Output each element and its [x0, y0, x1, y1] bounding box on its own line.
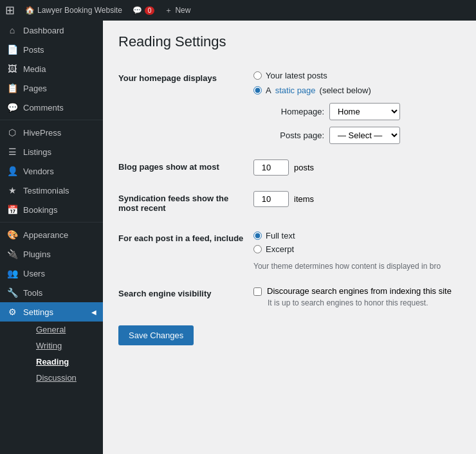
sidebar-sub-general[interactable]: General	[18, 322, 103, 338]
sidebar-label-media: Media	[23, 64, 46, 74]
posts-page-selector-row: Posts page: — Select —	[266, 127, 461, 144]
static-page-link[interactable]: static page	[275, 86, 316, 95]
blog-pages-input-row: posts	[253, 159, 461, 176]
search-engine-control: Discourage search engines from indexing …	[253, 278, 461, 315]
comments-link[interactable]: 💬 0	[133, 6, 155, 15]
feed-full-text-label: Full text	[266, 231, 295, 241]
sidebar-divider-2	[0, 222, 103, 222]
sidebar-item-tools[interactable]: 🔧 Tools	[0, 283, 103, 302]
sidebar-label-posts: Posts	[23, 45, 44, 55]
sidebar-label-plugins: Plugins	[23, 250, 51, 259]
feed-options: Full text Excerpt Your theme determines …	[253, 231, 461, 271]
tools-icon: 🔧	[6, 287, 18, 298]
radio-static-page-prefix: A	[266, 86, 271, 95]
sidebar-label-hivepress: HivePress	[23, 128, 61, 138]
sidebar-item-comments[interactable]: 💬 Comments	[0, 98, 103, 117]
sidebar-item-media[interactable]: 🖼 Media	[0, 59, 103, 78]
homepage-selector-row: Homepage: Home	[266, 103, 461, 120]
syndication-input[interactable]	[253, 191, 289, 207]
comment-count: 0	[145, 6, 155, 15]
blog-pages-suffix: posts	[294, 163, 314, 172]
site-name[interactable]: 🏠 Lawyer Booking Website	[25, 6, 122, 15]
comments-icon: 💬	[6, 102, 18, 113]
radio-static-page[interactable]	[253, 86, 262, 95]
posts-page-select[interactable]: — Select —	[329, 127, 400, 144]
search-engine-row: Search engine visibility Discourage sear…	[118, 278, 461, 315]
site-icon: 🏠	[25, 6, 35, 15]
homepage-select[interactable]: Home	[329, 103, 400, 120]
settings-form-table: Your homepage displays Your latest posts…	[118, 63, 461, 315]
sidebar-item-testimonials[interactable]: ★ Testimonials	[0, 181, 103, 200]
homepage-displays-control: Your latest posts A static page (select …	[253, 63, 461, 152]
sidebar-label-testimonials: Testimonials	[23, 186, 69, 195]
listings-icon: ☰	[6, 147, 18, 157]
page-title: Reading Settings	[118, 33, 461, 50]
feed-include-control: Full text Excerpt Your theme determines …	[253, 223, 461, 278]
sidebar-item-appearance[interactable]: 🎨 Appearance	[0, 225, 103, 244]
page-selectors: Homepage: Home Posts page: — Select —	[253, 103, 461, 144]
sidebar-label-appearance: Appearance	[23, 230, 68, 240]
sidebar-item-settings[interactable]: ⚙ Settings ◀	[0, 302, 103, 322]
pages-icon: 📋	[6, 83, 18, 93]
sidebar-item-dashboard[interactable]: ⌂ Dashboard	[0, 21, 103, 40]
sidebar-label-tools: Tools	[23, 288, 42, 298]
sidebar-item-bookings[interactable]: 📅 Bookings	[0, 200, 103, 219]
users-icon: 👥	[6, 268, 18, 278]
blog-pages-control: posts	[253, 152, 461, 183]
sidebar-divider-1	[0, 120, 103, 120]
search-engine-checkbox[interactable]	[253, 287, 262, 296]
feed-include-label: For each post in a feed, include	[118, 223, 253, 278]
feed-full-text-row[interactable]: Full text	[253, 231, 461, 241]
new-menu[interactable]: ＋ New	[165, 5, 190, 16]
wp-logo-icon: ⊞	[5, 3, 15, 17]
radio-latest-posts[interactable]	[253, 71, 262, 80]
feed-note: Your theme determines how content is dis…	[253, 262, 461, 271]
sidebar-sub-reading[interactable]: Reading	[18, 354, 103, 370]
content-area: Reading Settings Your homepage displays …	[103, 21, 476, 454]
feed-full-text-radio[interactable]	[253, 232, 262, 240]
plus-icon: ＋	[165, 5, 172, 16]
sidebar-label-vendors: Vendors	[23, 167, 54, 176]
radio-static-page-suffix: (select below)	[320, 86, 371, 95]
search-engine-checkbox-label: Discourage search engines from indexing …	[267, 286, 452, 296]
save-changes-button[interactable]: Save Changes	[118, 325, 194, 345]
blog-pages-input[interactable]	[253, 159, 289, 176]
settings-icon: ⚙	[6, 307, 18, 317]
sidebar-item-users[interactable]: 👥 Users	[0, 264, 103, 283]
sidebar-label-listings: Listings	[23, 147, 51, 157]
settings-arrow-icon: ◀	[91, 309, 96, 316]
homepage-radio-group: Your latest posts A static page (select …	[253, 71, 461, 95]
sidebar-item-plugins[interactable]: 🔌 Plugins	[0, 244, 103, 264]
syndication-input-row: items	[253, 191, 461, 207]
sidebar-label-pages: Pages	[23, 84, 47, 93]
sidebar-label-comments: Comments	[23, 103, 64, 113]
radio-static-page-row[interactable]: A static page (select below)	[253, 86, 461, 95]
sidebar-item-listings[interactable]: ☰ Listings	[0, 142, 103, 161]
settings-submenu: General Writing Reading Discussion	[0, 322, 103, 386]
sidebar-label-bookings: Bookings	[23, 205, 57, 215]
media-icon: 🖼	[6, 64, 18, 74]
feed-excerpt-radio[interactable]	[253, 245, 262, 253]
syndication-suffix: items	[294, 194, 314, 204]
sidebar-item-hivepress[interactable]: ⬡ HivePress	[0, 123, 103, 142]
feed-include-row: For each post in a feed, include Full te…	[118, 223, 461, 278]
sidebar-item-pages[interactable]: 📋 Pages	[0, 78, 103, 98]
search-engine-checkbox-row[interactable]: Discourage search engines from indexing …	[253, 286, 461, 296]
feed-excerpt-row[interactable]: Excerpt	[253, 244, 461, 254]
sidebar-sub-discussion[interactable]: Discussion	[18, 370, 103, 386]
dashboard-icon: ⌂	[6, 25, 18, 35]
sidebar-item-posts[interactable]: 📄 Posts	[0, 40, 103, 59]
sidebar-label-users: Users	[23, 269, 45, 278]
search-engine-label: Search engine visibility	[118, 278, 253, 315]
topbar: ⊞ 🏠 Lawyer Booking Website 💬 0 ＋ New	[0, 0, 476, 21]
sidebar-label-settings: Settings	[23, 307, 53, 317]
sidebar: ⌂ Dashboard 📄 Posts 🖼 Media 📋 Pages 💬 Co…	[0, 21, 103, 454]
hivepress-icon: ⬡	[6, 127, 18, 138]
homepage-displays-row: Your homepage displays Your latest posts…	[118, 63, 461, 152]
sidebar-item-vendors[interactable]: 👤 Vendors	[0, 161, 103, 181]
comment-icon: 💬	[133, 6, 142, 15]
sidebar-label-dashboard: Dashboard	[23, 26, 64, 35]
radio-latest-posts-row[interactable]: Your latest posts	[253, 71, 461, 80]
syndication-feeds-label: Syndication feeds show the most recent	[118, 183, 253, 223]
sidebar-sub-writing[interactable]: Writing	[18, 338, 103, 354]
